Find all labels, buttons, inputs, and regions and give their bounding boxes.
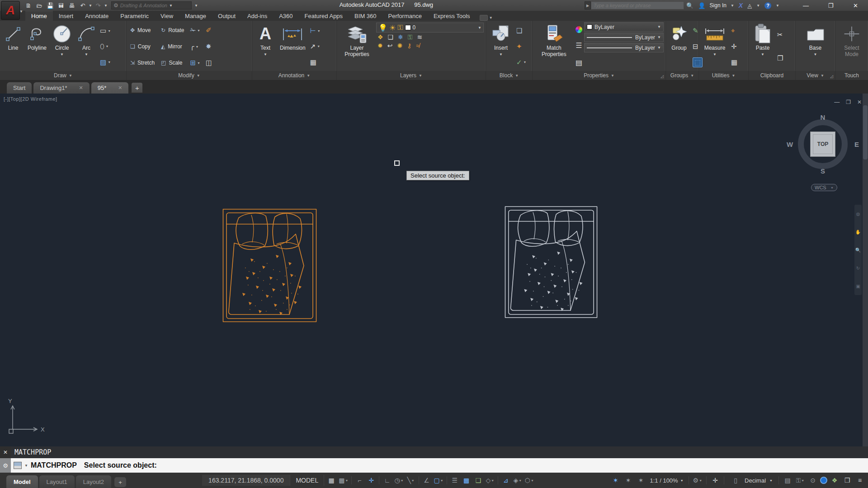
layout-tab-layout2[interactable]: Layout2 <box>76 475 111 488</box>
dimension-button[interactable]: Dimension <box>278 22 308 71</box>
polyline-button[interactable]: Polyline <box>25 22 49 71</box>
lineweight-toggle[interactable]: ☰ <box>449 475 460 486</box>
object-color-dropdown[interactable]: ByLayer ▼ <box>584 22 664 32</box>
search-collapse-button[interactable]: ▶ <box>585 1 591 9</box>
panel-label-view[interactable]: View▼◿ <box>796 71 835 80</box>
infer-constraints-toggle[interactable]: ⌐ <box>354 475 365 486</box>
viewcube-east[interactable]: E <box>854 141 859 148</box>
transparency-toggle[interactable]: ▩ <box>461 475 472 486</box>
sign-in-button[interactable]: Sign In <box>708 2 728 9</box>
qat-customize-button[interactable]: ▼ <box>194 4 198 8</box>
object-snap-toggle[interactable]: ▢▼ <box>433 475 444 486</box>
layer-thaw-all-button[interactable]: ✺ <box>397 42 402 49</box>
new-file-button[interactable]: 🗎 <box>24 1 33 10</box>
rotate-button[interactable]: ↻Rotate <box>159 25 186 36</box>
circle-button[interactable]: Circle ▼ <box>50 22 74 71</box>
hatch-button[interactable]: ▨▼ <box>99 57 112 68</box>
linetype-icon[interactable]: ▤ <box>576 58 582 67</box>
lock-ui-button[interactable]: ⚿▼ <box>795 475 806 486</box>
save-button[interactable]: 💾 <box>45 1 55 10</box>
snap-toggle[interactable]: ▩▼ <box>338 475 349 486</box>
application-menu-button[interactable]: A ▼ <box>1 1 20 20</box>
undo-button[interactable]: ↶ <box>78 1 88 10</box>
plot-button[interactable]: 🖶 <box>67 1 77 10</box>
new-drawing-tab-button[interactable]: + <box>132 83 142 93</box>
steering-wheel-icon[interactable]: ◍ <box>856 211 860 216</box>
command-customize-button[interactable]: ⚙ <box>0 458 11 473</box>
text-button[interactable]: A Text ▼ <box>254 22 277 71</box>
viewport-controls[interactable]: [-][Top][2D Wireframe] <box>4 96 57 102</box>
zoom-icon[interactable]: 🔍 <box>855 248 861 253</box>
table-button[interactable]: ▦ <box>309 57 322 68</box>
doc-minimize-button[interactable]: — <box>834 99 840 105</box>
layer-previous-button[interactable]: ↩ <box>387 42 393 49</box>
point-button[interactable]: ✛ <box>730 41 739 52</box>
edit-attributes-button[interactable]: ✦ <box>515 41 528 52</box>
navigation-bar[interactable]: ◍ ✋ 🔍 ↻ ▣ <box>854 205 862 295</box>
fillet-button[interactable]: ╭▼ <box>189 41 202 52</box>
command-input[interactable]: ▼ MATCHPROP Select source object: <box>11 458 868 473</box>
block-editor-button[interactable]: ✓▼ <box>515 57 528 68</box>
panel-label-clipboard[interactable]: Clipboard <box>749 71 795 80</box>
pan-icon[interactable]: ✋ <box>855 230 861 235</box>
help-icon[interactable]: ? <box>764 2 771 9</box>
explode-button[interactable]: ✸ <box>204 41 213 52</box>
panel-label-layers[interactable]: Layers▼ <box>337 71 486 80</box>
ortho-toggle[interactable]: ∟ <box>382 475 392 486</box>
layer-on-icon[interactable]: 💡 <box>378 23 387 32</box>
color-wheel-icon[interactable] <box>576 26 582 33</box>
polar-tracking-toggle[interactable]: ◷▼ <box>393 475 404 486</box>
new-layout-button[interactable]: + <box>114 477 126 487</box>
close-tab-icon[interactable]: ✕ <box>118 85 122 91</box>
file-tab-95[interactable]: 95*✕ <box>91 82 129 94</box>
selection-cycling-toggle[interactable]: ❑ <box>473 475 484 486</box>
match-properties-button[interactable]: Match Properties <box>534 22 574 71</box>
file-tab-start[interactable]: Start <box>6 82 32 94</box>
ribbon-tab-a360[interactable]: A360 <box>273 11 298 21</box>
ribbon-tab-output[interactable]: Output <box>212 11 241 21</box>
a360-dropdown[interactable]: ▼ <box>754 4 762 8</box>
array-button[interactable]: ⊞▼ <box>189 57 202 68</box>
fullscreen-button[interactable]: ❒ <box>842 475 853 486</box>
doc-restore-button[interactable]: ❐ <box>846 99 851 105</box>
ribbon-tab-add-ins[interactable]: Add-ins <box>241 11 273 21</box>
customization-menu-button[interactable]: ≡ <box>854 475 865 486</box>
offset-button[interactable]: ◫ <box>204 57 213 68</box>
ribbon-tab-insert[interactable]: Insert <box>53 11 80 21</box>
paste-button[interactable]: Paste ▼ <box>750 22 775 71</box>
restore-button[interactable]: ❐ <box>818 0 843 11</box>
dynamic-ucs-toggle[interactable]: ⊿ <box>500 475 511 486</box>
ribbon-tab-home[interactable]: Home <box>25 11 53 21</box>
redo-button[interactable]: ↷ <box>93 1 103 10</box>
lineweight-icon[interactable]: ☰ <box>576 41 582 50</box>
open-file-button[interactable]: 🗁 <box>34 1 44 10</box>
ribbon-tab-performance[interactable]: Performance <box>382 11 428 21</box>
arc-button[interactable]: Arc ▼ <box>75 22 98 71</box>
annotation-monitor-toggle[interactable]: ✛ <box>710 475 721 486</box>
leader-button[interactable]: ⊢▼ <box>309 25 322 36</box>
layer-unlock-all-button[interactable]: ⚷ <box>407 42 411 49</box>
scale-button[interactable]: ◰Scale <box>159 57 186 68</box>
ribbon-tab-view[interactable]: View <box>155 11 179 21</box>
ribbon-tab-annotate[interactable]: Annotate <box>79 11 114 21</box>
close-tab-icon[interactable]: ✕ <box>79 85 83 91</box>
panel-label-groups[interactable]: Groups▼ <box>666 71 698 80</box>
command-close-button[interactable]: ✕ <box>0 446 11 458</box>
viewcube-top-face[interactable]: TOP <box>810 131 835 157</box>
viewcube-north[interactable]: N <box>821 113 826 121</box>
dynamic-input-toggle[interactable]: ✛ <box>366 475 377 486</box>
layer-unlock-icon[interactable]: ⚿ <box>397 23 403 32</box>
move-button[interactable]: ✥Move <box>128 25 156 36</box>
stretch-button[interactable]: ⇲Stretch <box>128 57 156 68</box>
copy-button[interactable]: ❏Copy <box>128 41 156 52</box>
units-dropdown[interactable]: ▯ Decimal▼ <box>727 475 775 486</box>
ellipse-button[interactable]: ⬯▼ <box>99 41 112 52</box>
panel-label-touch[interactable]: Touch <box>835 71 868 80</box>
workspace-switching-button[interactable]: ⚙▼ <box>692 475 703 486</box>
layer-properties-button[interactable]: Layer Properties <box>339 22 375 71</box>
wcs-dropdown[interactable]: WCS▼ <box>811 184 837 191</box>
annotation-scale-value[interactable]: 1:1 / 100%▼ <box>648 477 685 484</box>
group-button[interactable]: Group <box>668 22 690 71</box>
bed-block-source[interactable] <box>222 208 317 324</box>
drawing-area[interactable]: [-][Top][2D Wireframe] — ❐ ✕ N S W E TOP… <box>0 94 868 446</box>
